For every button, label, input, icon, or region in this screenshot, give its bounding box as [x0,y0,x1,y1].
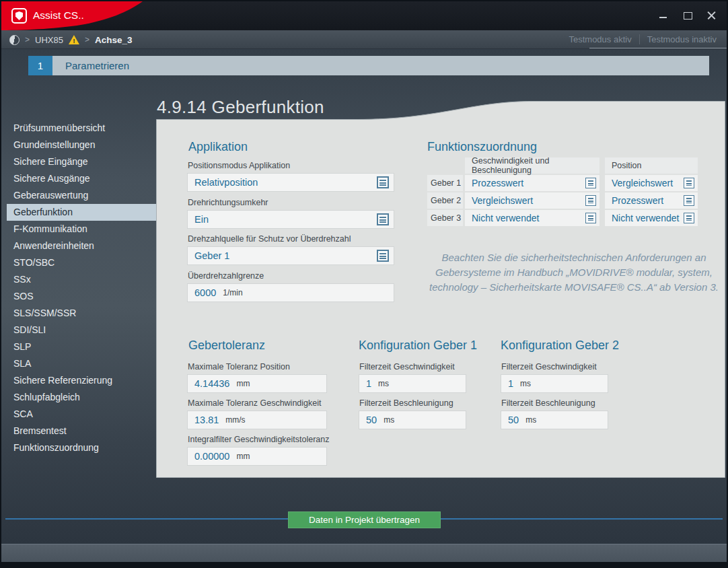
sidebar-item-slp[interactable]: SLP [7,339,157,355]
sidebar-item-sto-sbc[interactable]: STO/SBC [7,254,157,271]
dropdown-list-icon[interactable] [377,176,389,188]
dropdown-drehrichtungsumkehr[interactable]: Ein [187,210,394,229]
field-label: Drehzahlquelle für Schutz vor Überdrehza… [188,234,351,244]
warning-icon [69,35,79,44]
dropdown-list-icon[interactable] [684,213,694,223]
step-header-parametrieren[interactable]: 1 Parametrieren [28,56,709,75]
sidebar-item-sls-ssm-ssr[interactable]: SLS/SSM/SSR [7,305,157,322]
input-value: 4.14436 [194,378,229,389]
input-max-toleranz-geschwindigkeit[interactable]: 13.81 mm/s [187,411,327,429]
sidebar-item-sichere-ausgaenge[interactable]: Sichere Ausgänge [7,170,157,187]
unit-label: ms [525,415,536,425]
globe-icon[interactable] [9,35,20,45]
input-geber1-filterzeit-geschwindigkeit[interactable]: 1 ms [359,374,466,393]
dropdown-geber1-geschwindigkeit[interactable]: Prozesswert [465,175,599,191]
field-label: Überdrehzahlgrenze [188,271,264,281]
field-label: Filterzeit Beschleunigung [359,398,453,408]
dropdown-list-icon[interactable] [377,213,389,225]
sidebar-item-anwendereinheiten[interactable]: Anwendereinheiten [7,238,157,254]
sidebar-nav: Prüfsummenübersicht Grundeinstellungen S… [7,120,157,456]
title-bar: Assist CS.. [1,1,727,30]
dropdown-value: Vergleichswert [472,195,533,206]
dropdown-list-icon[interactable] [585,213,596,223]
dropdown-geber1-position[interactable]: Vergleichswert [605,175,698,191]
dropdown-value: Ein [194,214,209,225]
dropdown-list-icon[interactable] [585,195,596,206]
sidebar-item-geberfunktion[interactable]: Geberfunktion [7,204,157,221]
row-label: Geber 3 [427,210,463,226]
dropdown-value: Nicht verwendet [472,213,539,223]
sidebar-item-schlupfabgleich[interactable]: Schlupfabgleich [7,389,157,406]
dropdown-drehzahlquelle[interactable]: Geber 1 [187,246,394,265]
input-geber2-filterzeit-geschwindigkeit[interactable]: 1 ms [501,374,608,393]
input-value: 13.81 [194,415,219,425]
sidebar-item-sdi-sli[interactable]: SDI/SLI [7,322,157,339]
dropdown-list-icon[interactable] [684,195,694,206]
sidebar-item-sichere-referenzierung[interactable]: Sichere Referenzierung [7,372,157,389]
sidebar-item-pruefsummenuebersicht[interactable]: Prüfsummenübersicht [7,120,157,137]
dropdown-list-icon[interactable] [377,250,389,262]
column-header-position: Position [605,157,698,174]
dropdown-positionsmodus[interactable]: Relativposition [187,173,394,192]
status-bar [1,544,727,562]
close-icon[interactable] [707,11,716,20]
page-background: 1 Parametrieren 4.9.14 Geberfunktion Prü… [1,49,727,544]
sidebar-item-funktionszuordnung[interactable]: Funktionszuordnung [7,439,157,456]
field-label: Filterzeit Beschleunigung [501,398,595,408]
breadcrumb-axis[interactable]: Achse_3 [95,35,133,45]
shield-logo-icon [11,8,27,24]
input-max-toleranz-position[interactable]: 4.14436 mm [187,374,327,393]
sidebar-item-sca[interactable]: SCA [7,406,157,423]
field-label: Filterzeit Geschwindigkeit [359,362,455,371]
dropdown-geber3-position[interactable]: Nicht verwendet [605,210,698,226]
safety-note: Beachten Sie die sicherheitstechnischen … [429,250,719,294]
dropdown-value: Prozesswert [612,195,663,206]
field-label: Filterzeit Geschwindigkeit [501,362,597,371]
window-controls [659,11,716,20]
field-label: Maximale Toleranz Position [188,362,290,371]
content-panel: Applikation Positionsmodus Applikation R… [156,101,725,478]
step-number: 1 [28,56,52,75]
transfer-to-project-button[interactable]: Daten in Projekt übertragen [288,511,441,528]
dropdown-value: Relativposition [194,177,258,188]
input-ueberdrehzahlgrenze[interactable]: 6000 1/min [187,283,394,302]
app-title: Assist CS.. [33,9,84,22]
field-label: Maximale Toleranz Geschwindigkeit [188,398,321,408]
sidebar-item-grundeinstellungen[interactable]: Grundeinstellungen [7,137,157,153]
input-value: 50 [366,415,377,425]
field-label: Drehrichtungsumkehr [188,198,268,207]
dropdown-list-icon[interactable] [684,178,694,188]
dropdown-list-icon[interactable] [585,178,596,188]
testmodus-inaktiv-button[interactable]: Testmodus inaktiv [640,34,724,44]
section-title-konfiguration-geber-2: Konfiguration Geber 2 [501,339,619,353]
sidebar-item-geberauswertung[interactable]: Geberauswertung [7,187,157,204]
sidebar-item-f-kommunikation[interactable]: F-Kommunikation [7,221,157,238]
dropdown-value: Geber 1 [194,250,229,261]
minimize-icon[interactable] [659,11,667,20]
dropdown-geber2-position[interactable]: Prozesswert [605,192,698,209]
testmodus-aktiv-button[interactable]: Testmodus aktiv [561,34,639,44]
input-value: 1 [366,378,371,389]
breadcrumb-device[interactable]: UHX85 [35,35,63,45]
table-row: Geber 2 Vergleichswert Prozesswert [427,192,698,209]
sidebar-item-sichere-eingaenge[interactable]: Sichere Eingänge [7,153,157,170]
unit-label: ms [520,379,531,388]
sidebar-item-sla[interactable]: SLA [7,355,157,372]
sidebar-item-ssx[interactable]: SSx [7,271,157,288]
sidebar-item-bremsentest[interactable]: Bremsentest [7,423,157,439]
section-title-funktionszuordnung: Funktionszuordnung [427,140,537,154]
field-label: Positionsmodus Applikation [188,161,290,170]
input-value: 6000 [194,287,216,298]
column-header-geschwindigkeit: Geschwindigkeit und Beschleunigung [465,157,599,174]
section-title-applikation: Applikation [188,140,248,154]
dropdown-geber2-geschwindigkeit[interactable]: Vergleichswert [465,192,599,209]
sidebar-item-sos[interactable]: SOS [7,288,157,305]
table-row: Geber 1 Prozesswert Vergleichswert [427,175,698,191]
input-integralfilter[interactable]: 0.00000 mm [187,447,327,466]
maximize-icon[interactable] [683,11,692,20]
input-geber1-filterzeit-beschleunigung[interactable]: 50 ms [359,411,466,429]
input-geber2-filterzeit-beschleunigung[interactable]: 50 ms [501,411,608,429]
dropdown-geber3-geschwindigkeit[interactable]: Nicht verwendet [465,210,599,226]
breadcrumb: > UHX85 > Achse_3 Testmodus aktiv Testmo… [1,30,727,49]
funktionszuordnung-table: Geschwindigkeit und Beschleunigung Posit… [427,157,698,227]
